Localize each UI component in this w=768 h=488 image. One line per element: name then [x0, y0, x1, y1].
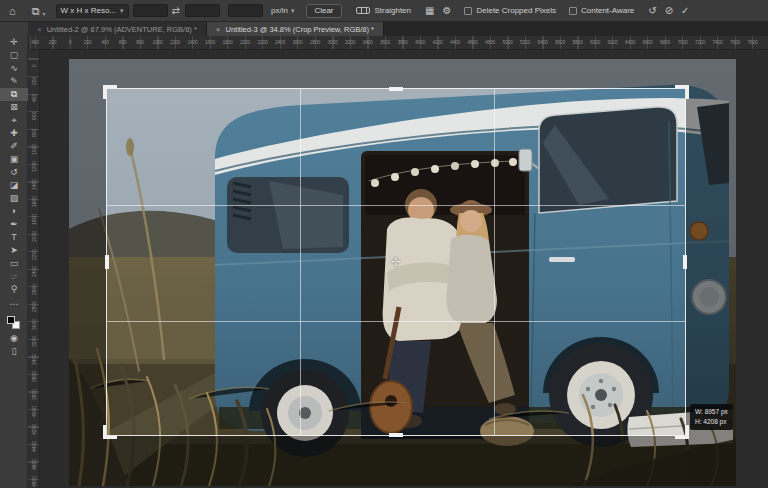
crop-shield-left: [69, 59, 106, 486]
crop-handle-top-left[interactable]: [103, 85, 117, 99]
crop-height-input[interactable]: [185, 4, 220, 17]
ruler-tick-label: 3800: [31, 388, 37, 399]
tab-untitled-2[interactable]: × Untitled-2 @ 67.9% (ADVENTURE, RGB/8) …: [28, 22, 207, 36]
reset-crop-icon[interactable]: ↺: [648, 6, 656, 16]
path-selection-tool[interactable]: ➤: [0, 244, 28, 257]
eraser-tool[interactable]: ◪: [0, 179, 28, 192]
ruler-tick-label: 5800: [573, 39, 583, 45]
ruler-tick-label: 3800: [398, 39, 408, 45]
ruler-tick-label: 1800: [223, 39, 233, 45]
tab-untitled-3[interactable]: × Untitled-3 @ 34.8% (Crop Preview, RGB/…: [207, 22, 384, 36]
ruler-tick-label: 1600: [31, 196, 37, 207]
ruler-tick-label: 1400: [31, 178, 37, 189]
close-icon[interactable]: ×: [216, 25, 221, 34]
ruler-tick-label: 7000: [678, 39, 688, 45]
crop-handle-bottom-left[interactable]: [103, 425, 117, 439]
cancel-crop-icon[interactable]: ⊘: [665, 6, 673, 16]
move-tool[interactable]: ✛: [0, 36, 28, 49]
crop-handle-left[interactable]: [105, 255, 109, 269]
crop-options-bar: ⌂ ⧉ W x H x Reso... ▾ ⇄ px/in ▾ Clear St…: [0, 0, 768, 22]
crop-settings-gear-icon[interactable]: ⚙: [442, 6, 451, 16]
content-aware-label[interactable]: Content-Aware: [581, 6, 634, 15]
quick-mask-mode[interactable]: ◉: [0, 332, 28, 345]
eyedropper-tool[interactable]: ⌖: [0, 114, 28, 127]
ruler-tick-label: 1200: [170, 39, 180, 45]
ruler-tick-label: 400: [101, 39, 108, 45]
ruler-tick-label: 6800: [660, 39, 670, 45]
close-icon[interactable]: ×: [37, 25, 42, 34]
gradient-tool[interactable]: ▨: [0, 192, 28, 205]
clear-button[interactable]: Clear: [306, 4, 341, 18]
crop-shield-top: [106, 59, 686, 88]
clone-stamp-tool[interactable]: ▣: [0, 153, 28, 166]
ruler-tick-label: 2200: [31, 248, 37, 259]
crop-handle-bottom-right[interactable]: [675, 425, 689, 439]
object-selection-tool[interactable]: ✎: [0, 75, 28, 88]
crop-region[interactable]: ✛: [106, 88, 686, 436]
type-tool[interactable]: T: [0, 231, 28, 244]
thirds-gridline-vertical-2: [494, 89, 495, 435]
crop-handle-top-right[interactable]: [675, 85, 689, 99]
crop-center-pivot-icon[interactable]: ✛: [391, 255, 401, 269]
color-swatches[interactable]: [0, 314, 28, 332]
frame-tool[interactable]: ⊠: [0, 101, 28, 114]
crop-width-input[interactable]: [133, 4, 168, 17]
crop-handle-bottom[interactable]: [389, 433, 403, 437]
resolution-units-dropdown[interactable]: px/in ▾: [271, 6, 294, 15]
ruler-tick-label: 6400: [625, 39, 635, 45]
ruler-tick-label: 4000: [31, 406, 37, 417]
edit-toolbar-icon[interactable]: ⋯: [0, 298, 28, 311]
ruler-tick-label: 4600: [31, 458, 37, 469]
foreground-color-swatch[interactable]: [7, 316, 15, 324]
zoom-tool[interactable]: ⚲: [0, 283, 28, 296]
ruler-tick-label: 4600: [468, 39, 478, 45]
lasso-tool[interactable]: ∿: [0, 62, 28, 75]
document-tab-bar: × Untitled-2 @ 67.9% (ADVENTURE, RGB/8) …: [0, 22, 768, 36]
blur-tool[interactable]: ◗: [0, 205, 28, 218]
vertical-ruler[interactable]: 0200400600800100012001400160018002000220…: [28, 50, 40, 488]
home-icon[interactable]: ⌂: [9, 6, 16, 16]
canvas-area[interactable]: ✛ W: 8957 px H: 4208 px: [40, 50, 768, 488]
ruler-tick-label: 6600: [643, 39, 653, 45]
horizontal-ruler[interactable]: 4002000200400600800100012001400160018002…: [28, 36, 768, 50]
ruler-tick-label: 3400: [363, 39, 373, 45]
crop-tool-icon[interactable]: ⧉: [32, 6, 40, 16]
content-aware-checkbox[interactable]: [569, 7, 577, 15]
ruler-tick-label: 0: [69, 39, 71, 45]
swap-dimensions-icon[interactable]: ⇄: [172, 5, 180, 16]
ratio-preset-dropdown[interactable]: W x H x Reso... ▾: [56, 4, 129, 18]
ruler-tick-label: 2000: [31, 231, 37, 242]
ruler-tick-label: 200: [84, 39, 91, 45]
ruler-tick-label: 7800: [748, 39, 758, 45]
ruler-tick-label: 2000: [240, 39, 250, 45]
ruler-tick-label: 200: [49, 39, 56, 45]
delete-cropped-pixels-checkbox[interactable]: [464, 7, 472, 15]
crop-handle-top[interactable]: [389, 87, 403, 91]
overlay-options-icon[interactable]: ▦: [425, 6, 434, 16]
crop-tool[interactable]: ⧉: [0, 88, 28, 101]
ruler-tick-label: 5400: [538, 39, 548, 45]
ruler-tick-label: 4400: [31, 441, 37, 452]
ruler-tick-label: 3600: [380, 39, 390, 45]
screen-mode[interactable]: ▯: [0, 345, 28, 358]
brush-tool[interactable]: ✐: [0, 140, 28, 153]
ruler-tick-label: 800: [136, 39, 143, 45]
straighten-icon[interactable]: [356, 7, 370, 14]
ruler-tick-label: 6200: [608, 39, 618, 45]
commit-crop-icon[interactable]: ✓: [681, 6, 689, 16]
rectangular-marquee-tool[interactable]: ▢: [0, 49, 28, 62]
ruler-tick-label: 4800: [485, 39, 495, 45]
crop-width-readout: W: 8957 px: [695, 407, 728, 417]
ratio-preset-label: W x H x Reso...: [61, 6, 117, 15]
delete-cropped-pixels-label[interactable]: Delete Cropped Pixels: [476, 6, 556, 15]
shape-tool[interactable]: ▭: [0, 257, 28, 270]
pen-tool[interactable]: ✒: [0, 218, 28, 231]
straighten-label[interactable]: Straighten: [375, 6, 411, 15]
history-brush-tool[interactable]: ↺: [0, 166, 28, 179]
ruler-tick-label: 2800: [310, 39, 320, 45]
crop-resolution-input[interactable]: [228, 4, 263, 17]
hand-tool[interactable]: ☞: [0, 270, 28, 283]
ruler-tick-label: 3400: [31, 353, 37, 364]
crop-handle-right[interactable]: [683, 255, 687, 269]
healing-brush-tool[interactable]: ✚: [0, 127, 28, 140]
